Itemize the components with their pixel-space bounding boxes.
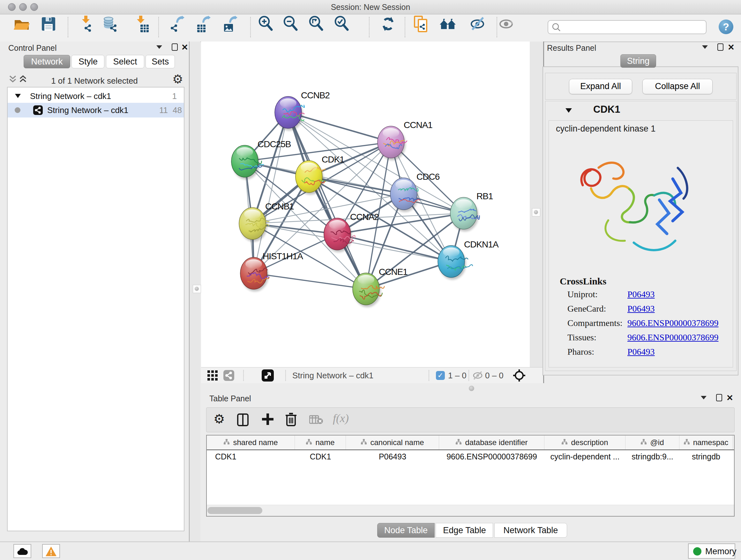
- table-settings-gear-icon[interactable]: ⚙: [213, 412, 225, 426]
- network-node-CDKN1A[interactable]: [438, 246, 473, 280]
- crosslink-label: Pharos:: [567, 347, 594, 357]
- grid-view-icon[interactable]: [207, 370, 218, 381]
- delete-table-icon[interactable]: [309, 415, 323, 424]
- left-splitter-handle[interactable]: [193, 285, 201, 293]
- tab-node-table[interactable]: Node Table: [377, 523, 434, 538]
- import-table-icon[interactable]: [132, 15, 150, 33]
- control-panel-maximize-icon[interactable]: [172, 44, 178, 51]
- tab-network[interactable]: Network: [23, 55, 70, 68]
- memory-button[interactable]: Memory: [688, 543, 735, 559]
- hidden-eye-icon[interactable]: [472, 371, 483, 380]
- tab-style[interactable]: Style: [71, 55, 105, 68]
- birdseye-view-icon[interactable]: [262, 369, 274, 381]
- crosslink-value-link[interactable]: 9606.ENSP00000378699: [627, 318, 718, 328]
- network-node-CCNA1[interactable]: [378, 126, 407, 160]
- gene-collapse-icon[interactable]: [565, 108, 572, 113]
- close-window-button[interactable]: [8, 3, 16, 11]
- column-header-shared-name[interactable]: shared name: [207, 435, 295, 449]
- clone-network-icon[interactable]: [412, 15, 429, 33]
- network-node-CCNA2[interactable]: [324, 218, 355, 252]
- table-panel-float-icon[interactable]: [701, 396, 706, 399]
- crosslink-value-link[interactable]: 9606.ENSP00000378699: [627, 332, 718, 343]
- column-header-namespac[interactable]: namespac: [679, 435, 733, 449]
- refresh-icon[interactable]: [379, 15, 397, 33]
- table-cell[interactable]: stringdb: [679, 450, 733, 463]
- zoom-window-button[interactable]: [30, 3, 38, 11]
- table-cell[interactable]: stringdb:9...: [625, 450, 679, 463]
- network-row[interactable]: String Network – cdk1 11 48: [8, 103, 184, 118]
- expand-all-button[interactable]: Expand All: [569, 79, 632, 94]
- collapse-all-button[interactable]: Collapse All: [643, 79, 713, 94]
- column-header-canonical-name[interactable]: canonical name: [346, 435, 439, 449]
- table-row[interactable]: CDK1CDK1P064939606.ENSP00000378699cyclin…: [207, 450, 734, 463]
- table-cell[interactable]: cyclin-dependent ...: [544, 450, 625, 463]
- control-panel-float-icon[interactable]: [156, 45, 162, 49]
- export-table-icon[interactable]: [195, 15, 212, 33]
- search-field[interactable]: [563, 21, 701, 32]
- crosslink-value-link[interactable]: P06493: [627, 304, 655, 314]
- tab-network-table[interactable]: Network Table: [494, 523, 567, 538]
- table-cell[interactable]: 9606.ENSP00000378699: [439, 450, 544, 463]
- scrollbar-thumb[interactable]: [207, 507, 262, 514]
- minimize-window-button[interactable]: [19, 3, 27, 11]
- network-view-icon[interactable]: [223, 370, 234, 381]
- zoom-out-icon[interactable]: [282, 15, 300, 33]
- horizontal-splitter[interactable]: [201, 383, 741, 394]
- table-cell[interactable]: CDK1: [207, 450, 295, 463]
- table-panel-close-icon[interactable]: ✕: [726, 395, 733, 401]
- network-node-CDK1[interactable]: [295, 161, 326, 195]
- horizontal-splitter-handle[interactable]: [469, 386, 474, 391]
- right-splitter-handle[interactable]: [532, 208, 540, 216]
- table-cell[interactable]: P06493: [346, 450, 439, 463]
- fit-selected-icon[interactable]: [513, 369, 525, 381]
- network-collection-row[interactable]: String Network – cdk1 1: [8, 89, 184, 103]
- export-network-icon[interactable]: [169, 15, 186, 33]
- network-node-RB1[interactable]: [450, 197, 480, 232]
- tab-edge-table[interactable]: Edge Table: [435, 523, 493, 538]
- export-image-icon[interactable]: [221, 15, 239, 33]
- results-panel-maximize-icon[interactable]: [718, 44, 724, 51]
- home-view-icon[interactable]: [439, 15, 457, 33]
- network-node-CDC6[interactable]: [390, 178, 420, 212]
- tab-string[interactable]: String: [620, 54, 656, 68]
- left-splitter[interactable]: [190, 42, 200, 542]
- control-panel-close-icon[interactable]: ✕: [181, 44, 188, 51]
- table-horizontal-scrollbar[interactable]: [207, 505, 734, 516]
- function-builder-icon[interactable]: f(x): [333, 412, 349, 425]
- zoom-in-icon[interactable]: [257, 15, 275, 33]
- tab-sets[interactable]: Sets: [145, 55, 175, 68]
- network-canvas[interactable]: CCNB2CCNA1CDC25BCDK1CDC6RB1CCNB1CCNA2CDK…: [201, 42, 530, 367]
- zoom-fit-icon[interactable]: [308, 15, 326, 33]
- column-header-description[interactable]: description: [544, 435, 625, 449]
- tab-select[interactable]: Select: [106, 55, 144, 68]
- results-panel-close-icon[interactable]: ✕: [728, 44, 735, 51]
- results-panel-float-icon[interactable]: [702, 45, 708, 49]
- search-input[interactable]: [548, 20, 706, 34]
- help-button[interactable]: ?: [719, 19, 733, 34]
- table-cell[interactable]: CDK1: [295, 450, 346, 463]
- right-splitter[interactable]: [530, 42, 544, 383]
- network-node-CDC25B[interactable]: [231, 145, 264, 179]
- column-header-name[interactable]: name: [295, 435, 346, 449]
- warning-button[interactable]: [42, 544, 60, 558]
- network-options-gear-icon[interactable]: ⚙: [172, 72, 183, 86]
- import-network-icon[interactable]: [77, 15, 95, 33]
- show-all-eye-icon[interactable]: [498, 15, 516, 33]
- open-session-icon[interactable]: [13, 15, 30, 33]
- selected-nodes-checkbox[interactable]: ✓: [436, 371, 445, 380]
- column-header-database-identifier[interactable]: database identifier: [439, 435, 544, 449]
- zoom-selected-icon[interactable]: [333, 15, 351, 33]
- show-columns-icon[interactable]: [237, 414, 249, 426]
- crosslink-value-link[interactable]: P06493: [627, 289, 655, 300]
- table-panel-maximize-icon[interactable]: [716, 394, 722, 401]
- add-column-icon[interactable]: [261, 413, 274, 426]
- delete-column-trash-icon[interactable]: [286, 412, 296, 426]
- hide-selected-eye-icon[interactable]: [469, 15, 487, 33]
- crosslink-value-link[interactable]: P06493: [627, 347, 655, 357]
- cloud-button[interactable]: [13, 544, 31, 558]
- tree-expand-icon[interactable]: [15, 93, 21, 98]
- column-header-@id[interactable]: @id: [625, 435, 679, 449]
- save-session-icon[interactable]: [40, 15, 57, 33]
- import-database-icon[interactable]: [102, 15, 120, 33]
- network-node-CCNB2[interactable]: [275, 97, 305, 131]
